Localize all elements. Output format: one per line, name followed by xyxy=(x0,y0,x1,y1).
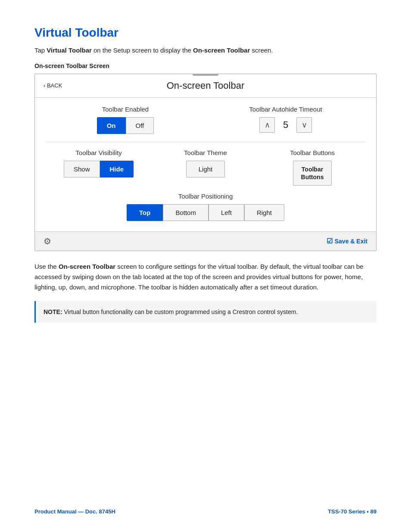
save-exit-check-icon: ☑ xyxy=(327,237,333,245)
positioning-section: Toolbar Positioning Top Bottom Left Righ… xyxy=(45,193,366,221)
back-button[interactable]: BACK xyxy=(44,82,62,89)
arrow-up-button[interactable]: ∧ xyxy=(259,117,275,133)
btn-light[interactable]: Light xyxy=(186,161,225,177)
screen-label: On-screen Toolbar Screen xyxy=(34,62,377,69)
save-exit-button[interactable]: ☑ Save & Exit xyxy=(327,237,367,245)
autohide-section: Toolbar Autohide Timeout ∧ 5 ∨ xyxy=(206,106,366,133)
gear-icon[interactable]: ⚙ xyxy=(44,236,51,246)
toolbar-buttons-button[interactable]: Toolbar Buttons xyxy=(293,161,332,186)
mockup-body: Toolbar Enabled On Off Toolbar Autohide … xyxy=(35,98,376,231)
toolbar-buttons-section: Toolbar Buttons Toolbar Buttons xyxy=(259,149,366,186)
description-bold: On-screen Toolbar xyxy=(59,263,115,270)
mockup-footer: ⚙ ☑ Save & Exit xyxy=(35,231,376,251)
mockup-header: BACK On-screen Toolbar xyxy=(35,74,376,98)
page-title: Virtual Toolbar xyxy=(34,26,377,40)
enabled-btn-group: On Off xyxy=(97,117,154,134)
divider1 xyxy=(45,142,366,142)
footer-left: Product Manual — Doc. 8745H xyxy=(34,508,115,515)
note-label: NOTE: xyxy=(44,308,62,315)
toolbar-enabled-section: Toolbar Enabled On Off xyxy=(45,106,206,134)
positioning-label: Toolbar Positioning xyxy=(45,193,366,200)
pos-btn-bottom[interactable]: Bottom xyxy=(163,204,209,221)
description-paragraph: Use the On-screen Toolbar screen to conf… xyxy=(34,261,377,292)
row-visibility-theme-buttons: Toolbar Visibility Show Hide Toolbar The… xyxy=(45,149,366,186)
note-box: NOTE: Virtual button functionality can b… xyxy=(34,301,377,323)
intro-text-middle: on the Setup screen to display the xyxy=(92,47,193,54)
save-exit-label: Save & Exit xyxy=(335,238,367,245)
visibility-btn-group: Show Hide xyxy=(64,161,134,177)
footer-right: TSS-70 Series • 89 xyxy=(328,508,377,515)
toolbar-mockup: BACK On-screen Toolbar Toolbar Enabled O… xyxy=(34,74,377,251)
toolbar-buttons-label: Toolbar Buttons xyxy=(290,149,335,156)
intro-bold1: Virtual Toolbar xyxy=(47,47,91,54)
autohide-label: Toolbar Autohide Timeout xyxy=(249,106,322,113)
btn-on[interactable]: On xyxy=(97,117,126,134)
visibility-label: Toolbar Visibility xyxy=(75,149,121,156)
pos-btn-right[interactable]: Right xyxy=(244,204,284,221)
note-text: Virtual button functionality can be cust… xyxy=(62,308,298,315)
tab-indicator xyxy=(193,74,218,76)
toolbar-buttons-text2: Buttons xyxy=(301,174,324,180)
toolbar-enabled-label: Toolbar Enabled xyxy=(102,106,149,113)
autohide-value: 5 xyxy=(279,119,292,131)
pos-btn-top[interactable]: Top xyxy=(127,204,163,221)
page-footer: Product Manual — Doc. 8745H TSS-70 Serie… xyxy=(34,508,377,515)
intro-bold2: On-screen Toolbar xyxy=(193,47,250,54)
btn-off[interactable]: Off xyxy=(126,117,154,134)
intro-paragraph: Tap Virtual Toolbar on the Setup screen … xyxy=(34,46,377,56)
positioning-buttons: Top Bottom Left Right xyxy=(45,204,366,221)
theme-section: Toolbar Theme Light xyxy=(152,149,259,186)
intro-text-before: Tap xyxy=(34,47,47,54)
theme-label: Toolbar Theme xyxy=(184,149,227,156)
toolbar-buttons-text1: Toolbar xyxy=(302,166,323,173)
visibility-section: Toolbar Visibility Show Hide xyxy=(45,149,152,186)
mockup-title: On-screen Toolbar xyxy=(167,80,245,91)
pos-btn-left[interactable]: Left xyxy=(209,204,244,221)
btn-show[interactable]: Show xyxy=(64,161,100,177)
row-enabled-autohide: Toolbar Enabled On Off Toolbar Autohide … xyxy=(45,106,366,134)
btn-hide[interactable]: Hide xyxy=(100,161,134,177)
intro-text-after: screen. xyxy=(250,47,273,54)
arrow-down-button[interactable]: ∨ xyxy=(296,117,312,133)
autohide-controls: ∧ 5 ∨ xyxy=(259,117,312,133)
